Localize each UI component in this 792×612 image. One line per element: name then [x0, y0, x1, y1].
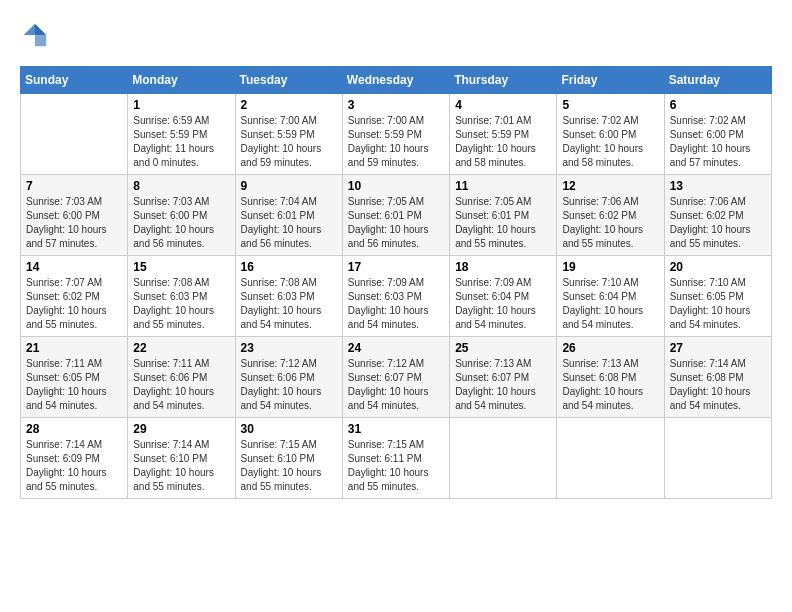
calendar-cell: 14Sunrise: 7:07 AM Sunset: 6:02 PM Dayli… [21, 256, 128, 337]
day-number: 10 [348, 179, 444, 193]
day-number: 31 [348, 422, 444, 436]
col-header-monday: Monday [128, 67, 235, 94]
col-header-sunday: Sunday [21, 67, 128, 94]
day-number: 21 [26, 341, 122, 355]
day-number: 19 [562, 260, 658, 274]
day-info: Sunrise: 7:09 AM Sunset: 6:04 PM Dayligh… [455, 276, 551, 332]
calendar-cell: 17Sunrise: 7:09 AM Sunset: 6:03 PM Dayli… [342, 256, 449, 337]
day-number: 2 [241, 98, 337, 112]
day-info: Sunrise: 6:59 AM Sunset: 5:59 PM Dayligh… [133, 114, 229, 170]
day-info: Sunrise: 7:02 AM Sunset: 6:00 PM Dayligh… [562, 114, 658, 170]
day-info: Sunrise: 7:03 AM Sunset: 6:00 PM Dayligh… [26, 195, 122, 251]
calendar-cell: 6Sunrise: 7:02 AM Sunset: 6:00 PM Daylig… [664, 94, 771, 175]
calendar-cell: 3Sunrise: 7:00 AM Sunset: 5:59 PM Daylig… [342, 94, 449, 175]
day-number: 27 [670, 341, 766, 355]
calendar-cell: 11Sunrise: 7:05 AM Sunset: 6:01 PM Dayli… [450, 175, 557, 256]
day-info: Sunrise: 7:09 AM Sunset: 6:03 PM Dayligh… [348, 276, 444, 332]
day-number: 5 [562, 98, 658, 112]
day-number: 30 [241, 422, 337, 436]
day-number: 4 [455, 98, 551, 112]
calendar-cell: 8Sunrise: 7:03 AM Sunset: 6:00 PM Daylig… [128, 175, 235, 256]
day-number: 7 [26, 179, 122, 193]
day-number: 15 [133, 260, 229, 274]
calendar-cell: 30Sunrise: 7:15 AM Sunset: 6:10 PM Dayli… [235, 418, 342, 499]
day-info: Sunrise: 7:00 AM Sunset: 5:59 PM Dayligh… [348, 114, 444, 170]
calendar-cell: 26Sunrise: 7:13 AM Sunset: 6:08 PM Dayli… [557, 337, 664, 418]
calendar-cell: 27Sunrise: 7:14 AM Sunset: 6:08 PM Dayli… [664, 337, 771, 418]
day-number: 23 [241, 341, 337, 355]
col-header-thursday: Thursday [450, 67, 557, 94]
day-number: 9 [241, 179, 337, 193]
day-number: 18 [455, 260, 551, 274]
day-number: 1 [133, 98, 229, 112]
day-number: 22 [133, 341, 229, 355]
day-info: Sunrise: 7:14 AM Sunset: 6:09 PM Dayligh… [26, 438, 122, 494]
day-info: Sunrise: 7:08 AM Sunset: 6:03 PM Dayligh… [133, 276, 229, 332]
col-header-saturday: Saturday [664, 67, 771, 94]
calendar-cell: 5Sunrise: 7:02 AM Sunset: 6:00 PM Daylig… [557, 94, 664, 175]
day-info: Sunrise: 7:15 AM Sunset: 6:10 PM Dayligh… [241, 438, 337, 494]
calendar-cell: 25Sunrise: 7:13 AM Sunset: 6:07 PM Dayli… [450, 337, 557, 418]
day-number: 20 [670, 260, 766, 274]
calendar-cell: 23Sunrise: 7:12 AM Sunset: 6:06 PM Dayli… [235, 337, 342, 418]
calendar-week-1: 1Sunrise: 6:59 AM Sunset: 5:59 PM Daylig… [21, 94, 772, 175]
calendar-week-2: 7Sunrise: 7:03 AM Sunset: 6:00 PM Daylig… [21, 175, 772, 256]
day-number: 3 [348, 98, 444, 112]
day-number: 16 [241, 260, 337, 274]
day-info: Sunrise: 7:14 AM Sunset: 6:10 PM Dayligh… [133, 438, 229, 494]
day-info: Sunrise: 7:06 AM Sunset: 6:02 PM Dayligh… [670, 195, 766, 251]
day-info: Sunrise: 7:14 AM Sunset: 6:08 PM Dayligh… [670, 357, 766, 413]
day-info: Sunrise: 7:10 AM Sunset: 6:05 PM Dayligh… [670, 276, 766, 332]
day-number: 25 [455, 341, 551, 355]
calendar-cell: 18Sunrise: 7:09 AM Sunset: 6:04 PM Dayli… [450, 256, 557, 337]
day-number: 8 [133, 179, 229, 193]
calendar-body: 1Sunrise: 6:59 AM Sunset: 5:59 PM Daylig… [21, 94, 772, 499]
calendar-cell: 15Sunrise: 7:08 AM Sunset: 6:03 PM Dayli… [128, 256, 235, 337]
calendar-cell: 4Sunrise: 7:01 AM Sunset: 5:59 PM Daylig… [450, 94, 557, 175]
calendar-cell: 10Sunrise: 7:05 AM Sunset: 6:01 PM Dayli… [342, 175, 449, 256]
calendar-cell [450, 418, 557, 499]
day-info: Sunrise: 7:01 AM Sunset: 5:59 PM Dayligh… [455, 114, 551, 170]
day-number: 24 [348, 341, 444, 355]
day-number: 29 [133, 422, 229, 436]
day-info: Sunrise: 7:12 AM Sunset: 6:06 PM Dayligh… [241, 357, 337, 413]
calendar-cell [664, 418, 771, 499]
calendar-cell: 13Sunrise: 7:06 AM Sunset: 6:02 PM Dayli… [664, 175, 771, 256]
day-number: 13 [670, 179, 766, 193]
calendar-cell: 1Sunrise: 6:59 AM Sunset: 5:59 PM Daylig… [128, 94, 235, 175]
day-info: Sunrise: 7:06 AM Sunset: 6:02 PM Dayligh… [562, 195, 658, 251]
day-info: Sunrise: 7:05 AM Sunset: 6:01 PM Dayligh… [455, 195, 551, 251]
calendar-cell: 2Sunrise: 7:00 AM Sunset: 5:59 PM Daylig… [235, 94, 342, 175]
page-header [20, 20, 772, 50]
day-number: 6 [670, 98, 766, 112]
col-header-friday: Friday [557, 67, 664, 94]
day-number: 28 [26, 422, 122, 436]
calendar-cell: 20Sunrise: 7:10 AM Sunset: 6:05 PM Dayli… [664, 256, 771, 337]
calendar-cell: 7Sunrise: 7:03 AM Sunset: 6:00 PM Daylig… [21, 175, 128, 256]
calendar-header: SundayMondayTuesdayWednesdayThursdayFrid… [21, 67, 772, 94]
day-info: Sunrise: 7:00 AM Sunset: 5:59 PM Dayligh… [241, 114, 337, 170]
calendar-cell [557, 418, 664, 499]
day-info: Sunrise: 7:15 AM Sunset: 6:11 PM Dayligh… [348, 438, 444, 494]
svg-marker-2 [24, 24, 35, 35]
calendar-cell: 16Sunrise: 7:08 AM Sunset: 6:03 PM Dayli… [235, 256, 342, 337]
day-info: Sunrise: 7:13 AM Sunset: 6:08 PM Dayligh… [562, 357, 658, 413]
day-info: Sunrise: 7:10 AM Sunset: 6:04 PM Dayligh… [562, 276, 658, 332]
day-number: 12 [562, 179, 658, 193]
calendar-cell [21, 94, 128, 175]
day-info: Sunrise: 7:02 AM Sunset: 6:00 PM Dayligh… [670, 114, 766, 170]
calendar-cell: 12Sunrise: 7:06 AM Sunset: 6:02 PM Dayli… [557, 175, 664, 256]
day-number: 26 [562, 341, 658, 355]
svg-marker-0 [35, 24, 46, 35]
col-header-tuesday: Tuesday [235, 67, 342, 94]
day-number: 11 [455, 179, 551, 193]
calendar-table: SundayMondayTuesdayWednesdayThursdayFrid… [20, 66, 772, 499]
logo [20, 20, 56, 50]
calendar-cell: 21Sunrise: 7:11 AM Sunset: 6:05 PM Dayli… [21, 337, 128, 418]
day-info: Sunrise: 7:11 AM Sunset: 6:05 PM Dayligh… [26, 357, 122, 413]
day-info: Sunrise: 7:13 AM Sunset: 6:07 PM Dayligh… [455, 357, 551, 413]
day-number: 14 [26, 260, 122, 274]
day-info: Sunrise: 7:04 AM Sunset: 6:01 PM Dayligh… [241, 195, 337, 251]
calendar-cell: 29Sunrise: 7:14 AM Sunset: 6:10 PM Dayli… [128, 418, 235, 499]
calendar-cell: 22Sunrise: 7:11 AM Sunset: 6:06 PM Dayli… [128, 337, 235, 418]
